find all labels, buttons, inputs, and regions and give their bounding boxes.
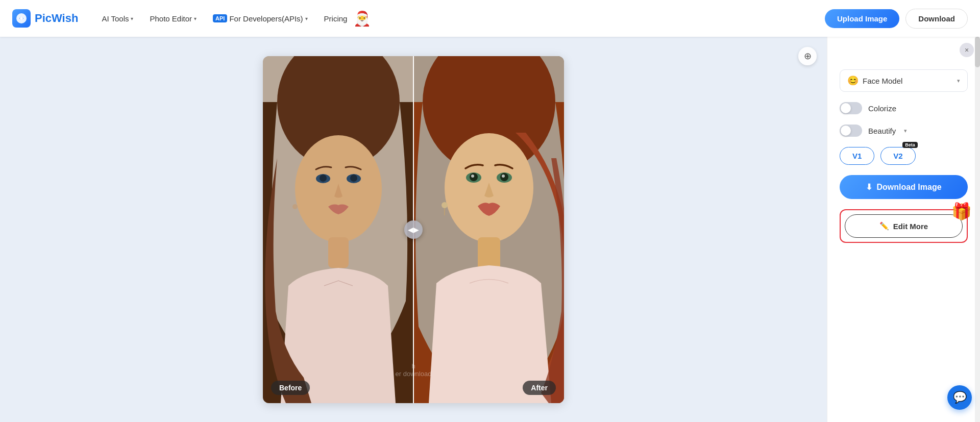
nav-ai-tools-chevron: ▾ (131, 16, 133, 21)
beautify-row: Beautify ▾ (840, 125, 968, 137)
face-model-selector[interactable]: 😊 Face Model ▾ (840, 69, 968, 92)
logo[interactable]: PicWish (12, 9, 78, 28)
nav-pricing-label: Pricing (324, 14, 348, 23)
api-badge: API (213, 14, 227, 22)
edit-icon: ✏️ (879, 221, 889, 231)
chat-icon: 💬 (953, 391, 967, 404)
svg-point-18 (471, 175, 474, 178)
scrollbar-thumb[interactable] (975, 37, 980, 67)
header: PicWish AI Tools ▾ Photo Editor ▾ API Fo… (0, 0, 980, 37)
nav-photo-editor-label: Photo Editor (150, 14, 192, 23)
close-icon: × (965, 46, 969, 54)
colorize-row: Colorize (840, 102, 968, 114)
header-actions: Upload Image Download (825, 9, 968, 29)
svg-point-7 (320, 175, 327, 182)
nav-for-developers-label: For Developers(APIs) (229, 14, 303, 23)
download-image-label: Download Image (876, 183, 941, 192)
christmas-icon: 🎅 (353, 10, 371, 27)
nav-for-developers[interactable]: API For Developers(APIs) ▾ (206, 10, 315, 27)
logo-text: PicWish (35, 12, 78, 25)
beautify-label: Beautify (868, 127, 896, 135)
chat-bubble-button[interactable]: 💬 (947, 385, 972, 410)
svg-point-1 (20, 17, 23, 20)
edit-more-highlight: ✏️ Edit More (840, 209, 968, 243)
edit-more-button[interactable]: ✏️ Edit More (845, 214, 963, 238)
face-model-chevron-icon: ▾ (957, 78, 960, 84)
nav-photo-editor[interactable]: Photo Editor ▾ (142, 10, 204, 27)
face-model-label: Face Model (863, 77, 953, 85)
version-v2-wrapper: Beta V2 (880, 147, 915, 165)
colorize-toggle[interactable] (840, 102, 862, 114)
main-content: ⊕ (0, 37, 980, 422)
logo-icon (12, 9, 31, 28)
right-panel: × 😊 Face Model ▾ Colorize Beautify ▾ V1 … (827, 37, 980, 422)
download-icon: ⬇ (866, 182, 872, 192)
svg-point-19 (502, 175, 505, 178)
face-model-icon: 😊 (847, 75, 859, 86)
nav-ai-tools-label: AI Tools (102, 14, 129, 23)
zoom-button[interactable]: ⊕ (798, 47, 817, 65)
svg-point-21 (442, 202, 448, 208)
beautify-chevron-icon: ▾ (904, 128, 907, 134)
before-face-svg (263, 56, 413, 403)
after-label: After (523, 381, 556, 395)
zoom-icon: ⊕ (804, 51, 812, 62)
beautify-toggle[interactable] (840, 125, 862, 137)
download-image-button[interactable]: ⬇ Download Image (840, 175, 968, 199)
after-face-svg (413, 56, 564, 403)
download-button[interactable]: Download (905, 9, 968, 29)
image-area: ⊕ (0, 37, 827, 422)
colorize-label: Colorize (868, 104, 896, 113)
nav-ai-tools[interactable]: AI Tools ▾ (94, 10, 140, 27)
beta-badge: Beta (902, 142, 918, 148)
before-label: Before (271, 381, 310, 395)
close-button[interactable]: × (960, 43, 974, 57)
version-v2-button[interactable]: V2 (880, 147, 915, 165)
drag-handle[interactable]: ◀▶ (404, 220, 423, 239)
edit-more-label: Edit More (893, 222, 928, 231)
nav-pricing[interactable]: Pricing 🎅 (317, 6, 379, 31)
after-image (413, 56, 564, 403)
comparison-container[interactable]: ◀▶ Before After h er download (263, 56, 564, 403)
nav-photo-editor-chevron: ▾ (194, 16, 197, 21)
svg-rect-9 (328, 237, 349, 268)
version-v1-button[interactable]: V1 (840, 147, 874, 165)
scrollbar[interactable] (975, 37, 980, 422)
svg-point-10 (292, 204, 298, 209)
main-nav: AI Tools ▾ Photo Editor ▾ API For Develo… (94, 6, 825, 31)
version-selector: V1 Beta V2 (840, 147, 968, 165)
gift-float[interactable]: 🎁 (951, 202, 972, 221)
upload-image-button[interactable]: Upload Image (825, 9, 899, 28)
svg-point-8 (350, 175, 357, 182)
nav-for-developers-chevron: ▾ (305, 16, 308, 21)
before-image (263, 56, 413, 403)
